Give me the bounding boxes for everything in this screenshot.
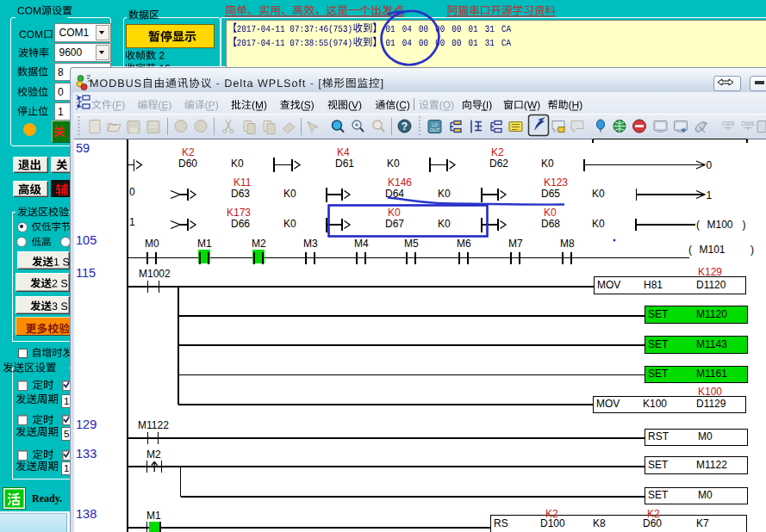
svg-text:?: ? xyxy=(402,121,408,133)
svg-text:CODE: CODE xyxy=(721,121,735,127)
svg-text:CODE: CODE xyxy=(741,121,755,127)
svg-text:OUT: OUT xyxy=(430,127,440,133)
